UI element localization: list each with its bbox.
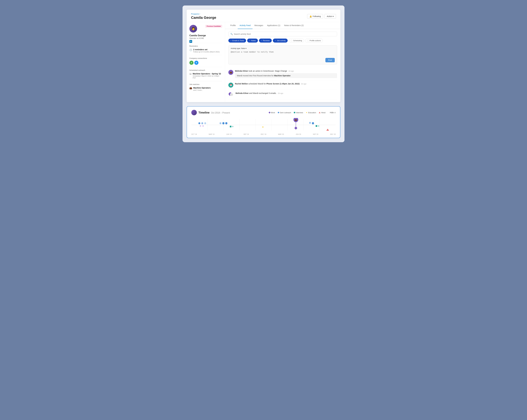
action-button[interactable]: Action ▾: [324, 14, 336, 19]
avatar-person-2: [230, 93, 233, 96]
scheduled-section-title: Scheduled outreach: [189, 69, 222, 71]
tab-notes-reminders[interactable]: Notes & Reminders (2): [282, 22, 306, 29]
action-text-3: and Wandi exchanged 3 emails.: [249, 92, 276, 94]
scheduled-item: 🗂 Machine Operators - Spring '22 Schedul…: [189, 73, 222, 79]
timeline-range: Oct 2018 – Present: [211, 111, 230, 114]
pill-notes[interactable]: ✓ Notes: [247, 39, 258, 43]
scheduled-name[interactable]: Machine Operators - Spring '22: [193, 73, 222, 75]
bold-job-name: Machine Operator: [274, 75, 291, 77]
timeline-label-4: DEC '19: [261, 133, 266, 135]
check-icon: ✓: [261, 40, 262, 42]
reminder-text: 2 reminders set: [193, 48, 220, 51]
note-compose-box: Activity type: Note ▾ Post: [228, 45, 337, 64]
connection-avatar-2[interactable]: B: [194, 61, 198, 65]
scheduled-section: Scheduled outreach 🗂 Machine Operators -…: [189, 67, 222, 81]
legend-gem: Gem outreach: [278, 111, 291, 114]
svg-marker-28: [326, 129, 329, 131]
page-header: Prospects / Camila George 🔔 Following Ac…: [187, 10, 340, 22]
reminders-item: 🕐 2 reminders set Follow-up in 6 months …: [189, 48, 222, 53]
job-more[interactable]: and 2 more...: [193, 89, 211, 91]
outer-wrapper: Prospects / Camila George 🔔 Following Ac…: [183, 5, 344, 142]
breadcrumb-area: Prospects / Camila George: [191, 13, 216, 20]
action-text-1: took an action in Greenhouse: Stage Chan…: [249, 70, 287, 72]
svg-point-27: [318, 125, 319, 127]
job-name[interactable]: Machine Operators: [193, 87, 211, 89]
check-icon: ✓: [275, 40, 276, 42]
action-text-2: scheduled Wandi for: [248, 83, 266, 85]
activity-content: 🔍 ✓ Emails & Texts ✓ Notes: [225, 29, 340, 102]
svg-rect-17: [230, 126, 231, 127]
tab-activity-feed[interactable]: Activity Feed: [238, 22, 253, 29]
activity-text-2: Rachel Mellon scheduled Wandi for Phone …: [235, 83, 337, 85]
reminders-section-title: Reminders: [189, 45, 222, 47]
timeline-label-7: SEP '20: [313, 133, 318, 135]
pill-scheduling[interactable]: Scheduling: [289, 39, 304, 43]
timeline-header: Timeline Oct 2018 – Present Work Gem out…: [191, 110, 336, 115]
svg-point-13: [202, 125, 204, 127]
timeline-label-8: DEC '20: [330, 133, 336, 135]
timeline-title: Timeline: [198, 111, 209, 114]
svg-point-15: [222, 122, 225, 124]
hired-triangle-icon: [319, 112, 320, 113]
connection-avatars: A B: [189, 61, 222, 65]
svg-point-14: [220, 122, 221, 124]
svg-point-24: [309, 122, 311, 124]
tab-profile[interactable]: Profile: [228, 22, 238, 29]
reminder-sub: Follow-up in 6 months (March 2022): [193, 51, 220, 53]
pill-profile-actions[interactable]: Profile actions: [305, 39, 323, 43]
chevron-down-icon: ∨: [334, 111, 336, 114]
timeline-label-2: JUN '19: [226, 133, 232, 135]
legend-work: Work: [269, 111, 275, 114]
candidate-title: Operator at ACME: [189, 37, 222, 39]
content-area: 👩 Previous Candidate Camila George Opera…: [187, 22, 340, 102]
legend-hired: Hired: [319, 111, 325, 114]
svg-point-10: [201, 122, 203, 124]
svg-text:✦: ✦: [262, 126, 264, 129]
search-bar: 🔍: [228, 32, 337, 36]
bell-icon: 🔔: [309, 15, 312, 17]
linkedin-icon[interactable]: in: [189, 40, 192, 43]
timeline-label-0: OCT '18: [191, 133, 197, 135]
timeline-label-1: MAR '19: [209, 133, 215, 135]
timeline-label-5: MAR '20: [278, 133, 284, 135]
note-type-label[interactable]: Activity type: Note ▾: [231, 47, 246, 49]
post-button[interactable]: Post: [325, 58, 335, 62]
breadcrumb[interactable]: Prospects /: [191, 13, 216, 15]
timeline-labels: OCT '18 MAR '19 JUN '19 SEP '19 DEC '19 …: [191, 133, 336, 135]
main-card: Prospects / Camila George 🔔 Following Ac…: [187, 10, 340, 102]
search-input[interactable]: [234, 33, 335, 35]
svg-point-11: [204, 122, 206, 124]
legend-interview: Interview: [294, 111, 303, 114]
svg-point-18: [232, 126, 233, 127]
pill-reviews[interactable]: ✓ Reviews: [259, 39, 272, 43]
timeline-chart: ✦ 💼: [191, 118, 336, 132]
avatar-image: 👩: [189, 25, 197, 33]
avatar: 👩: [189, 25, 197, 33]
activity-avatar-1: 💼: [228, 70, 233, 75]
hide-button[interactable]: Hide ∨: [330, 111, 336, 114]
action-bold-2: Phone Screen (1:45pm Jan 20, 2022): [266, 83, 300, 85]
note-type-row: Activity type: Note ▾: [231, 47, 335, 49]
job-match-item: 💼 Machine Operators and 2 more...: [189, 87, 222, 91]
right-content: Profile Activity Feed Messages Applicati…: [225, 22, 340, 102]
actor-name-3: Melinda Kilner: [235, 92, 249, 94]
svg-text:💼: 💼: [295, 119, 297, 121]
activity-time-3: 2d ago: [278, 92, 283, 94]
tabs-bar: Profile Activity Feed Messages Applicati…: [225, 22, 340, 29]
interview-square-icon: [294, 112, 295, 113]
pill-emails-texts[interactable]: ✓ Emails & Texts: [228, 39, 246, 43]
unchecked-box-icon: [307, 40, 309, 42]
check-icon: ✓: [231, 40, 232, 42]
header-actions: 🔔 Following Action ▾: [307, 14, 336, 19]
following-button[interactable]: 🔔 Following: [307, 14, 323, 19]
double-avatar: [228, 92, 234, 97]
tab-applications[interactable]: Applications (1): [265, 22, 282, 29]
briefcase-icon: 💼: [189, 87, 192, 89]
pill-job-activity[interactable]: ✓ Job activity: [273, 39, 288, 43]
legend-education: ✦ Education: [306, 111, 316, 114]
svg-point-9: [198, 122, 200, 124]
connection-avatar-1[interactable]: A: [189, 61, 194, 65]
tab-messages[interactable]: Messages: [253, 22, 265, 29]
note-textarea[interactable]: [231, 51, 335, 56]
activity-sub-box-1: Wandi moved into First Round Interview f…: [235, 73, 337, 78]
